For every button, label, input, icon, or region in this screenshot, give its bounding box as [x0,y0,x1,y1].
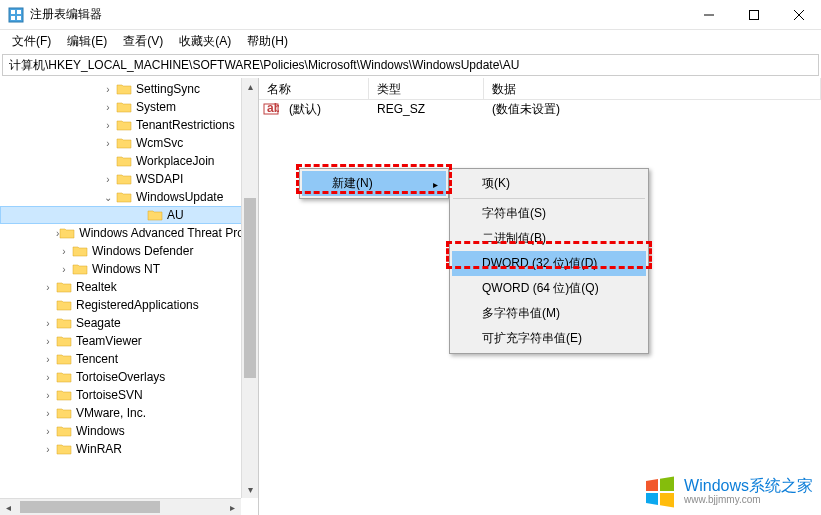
titlebar: 注册表编辑器 [0,0,821,30]
tree-label: Tencent [74,352,120,366]
folder-icon [56,424,72,438]
tree-label: TeamViewer [74,334,144,348]
ctx-key[interactable]: 项(K) [452,171,646,196]
tree-label: Windows Defender [90,244,195,258]
address-bar[interactable]: 计算机\HKEY_LOCAL_MACHINE\SOFTWARE\Policies… [2,54,819,76]
address-path: 计算机\HKEY_LOCAL_MACHINE\SOFTWARE\Policies… [9,57,519,74]
folder-icon [56,370,72,384]
tree-label: Seagate [74,316,123,330]
tree-item[interactable]: ›Windows NT [0,260,258,278]
svg-rect-2 [17,10,21,14]
list-row[interactable]: ab (默认) REG_SZ (数值未设置) [259,100,821,118]
tree-item[interactable]: ⌄WindowsUpdate [0,188,258,206]
svg-text:ab: ab [267,102,279,115]
list-header: 名称 类型 数据 [259,78,821,100]
tree-toggle-icon[interactable]: › [40,354,56,365]
tree-item[interactable]: ›WinRAR [0,440,258,458]
watermark-sub: www.bjjmmy.com [684,494,813,505]
ctx-new[interactable]: 新建(N) ▸ [302,171,446,196]
tree-item[interactable]: ›System [0,98,258,116]
tree-toggle-icon[interactable]: › [40,318,56,329]
tree-panel: ›SettingSync›System›TenantRestrictions›W… [0,78,259,515]
tree-item[interactable]: ›TortoiseSVN [0,386,258,404]
maximize-button[interactable] [731,0,776,30]
scroll-right-arrow[interactable]: ▸ [224,499,241,515]
tree-item[interactable]: ›VMware, Inc. [0,404,258,422]
minimize-button[interactable] [686,0,731,30]
ctx-string[interactable]: 字符串值(S) [452,201,646,226]
tree-toggle-icon[interactable]: › [100,120,116,131]
col-name[interactable]: 名称 [259,78,369,99]
tree-item[interactable]: ›Tencent [0,350,258,368]
scroll-thumb-v[interactable] [244,198,256,378]
tree-toggle-icon[interactable]: ⌄ [100,192,116,203]
tree-label: WorkplaceJoin [134,154,216,168]
tree-toggle-icon[interactable]: › [40,336,56,347]
tree-item[interactable]: ›Realtek [0,278,258,296]
tree-toggle-icon[interactable]: › [40,390,56,401]
tree-item[interactable]: AU [0,206,258,224]
menu-file[interactable]: 文件(F) [4,31,59,52]
close-button[interactable] [776,0,821,30]
tree-toggle-icon[interactable]: › [56,246,72,257]
registry-tree[interactable]: ›SettingSync›System›TenantRestrictions›W… [0,78,258,460]
context-submenu: 项(K) 字符串值(S) 二进制值(B) DWORD (32 位)值(D) QW… [449,168,649,354]
tree-toggle-icon[interactable]: › [40,372,56,383]
tree-item[interactable]: WorkplaceJoin [0,152,258,170]
ctx-qword[interactable]: QWORD (64 位)值(Q) [452,276,646,301]
watermark: Windows系统之家 www.bjjmmy.com [642,473,813,509]
tree-item[interactable]: ›SettingSync [0,80,258,98]
tree-item[interactable]: ›Windows Defender [0,242,258,260]
tree-toggle-icon[interactable]: › [40,426,56,437]
scroll-thumb-h[interactable] [20,501,160,513]
tree-item[interactable]: ›Windows Advanced Threat Protection [0,224,258,242]
tree-item[interactable]: RegisteredApplications [0,296,258,314]
scroll-left-arrow[interactable]: ◂ [0,499,17,515]
context-menu-new: 新建(N) ▸ [299,168,449,199]
ctx-expand[interactable]: 可扩充字符串值(E) [452,326,646,351]
ctx-binary[interactable]: 二进制值(B) [452,226,646,251]
folder-icon [56,280,72,294]
tree-item[interactable]: ›TenantRestrictions [0,116,258,134]
tree-label: TortoiseSVN [74,388,145,402]
tree-toggle-icon[interactable]: › [56,264,72,275]
tree-toggle-icon[interactable]: › [40,444,56,455]
tree-item[interactable]: ›TeamViewer [0,332,258,350]
tree-label: SettingSync [134,82,202,96]
ctx-dword[interactable]: DWORD (32 位)值(D) [452,251,646,276]
menu-favorites[interactable]: 收藏夹(A) [171,31,239,52]
ctx-multi[interactable]: 多字符串值(M) [452,301,646,326]
tree-item[interactable]: ›WcmSvc [0,134,258,152]
tree-item[interactable]: ›WSDAPI [0,170,258,188]
chevron-right-icon: ▸ [433,178,438,189]
tree-toggle-icon[interactable]: › [100,138,116,149]
svg-rect-3 [11,16,15,20]
horizontal-scrollbar[interactable]: ◂ ▸ [0,498,241,515]
tree-item[interactable]: ›TortoiseOverlays [0,368,258,386]
tree-toggle-icon[interactable]: › [100,102,116,113]
tree-label: Windows NT [90,262,162,276]
tree-label: TortoiseOverlays [74,370,167,384]
scroll-down-arrow[interactable]: ▾ [242,481,258,498]
menu-edit[interactable]: 编辑(E) [59,31,115,52]
tree-label: WinRAR [74,442,124,456]
tree-toggle-icon[interactable]: › [40,282,56,293]
col-type[interactable]: 类型 [369,78,484,99]
tree-label: Realtek [74,280,119,294]
tree-toggle-icon[interactable]: › [40,408,56,419]
svg-rect-1 [11,10,15,14]
menu-help[interactable]: 帮助(H) [239,31,296,52]
ctx-new-label: 新建(N) [332,176,373,190]
menu-view[interactable]: 查看(V) [115,31,171,52]
scroll-up-arrow[interactable]: ▴ [242,78,258,95]
tree-item[interactable]: ›Seagate [0,314,258,332]
col-data[interactable]: 数据 [484,78,821,99]
svg-rect-4 [17,16,21,20]
tree-toggle-icon[interactable]: › [100,174,116,185]
tree-toggle-icon[interactable]: › [100,84,116,95]
vertical-scrollbar[interactable]: ▴ ▾ [241,78,258,498]
folder-icon [56,298,72,312]
value-name: (默认) [281,100,369,119]
tree-item[interactable]: ›Windows [0,422,258,440]
svg-rect-6 [749,10,758,19]
